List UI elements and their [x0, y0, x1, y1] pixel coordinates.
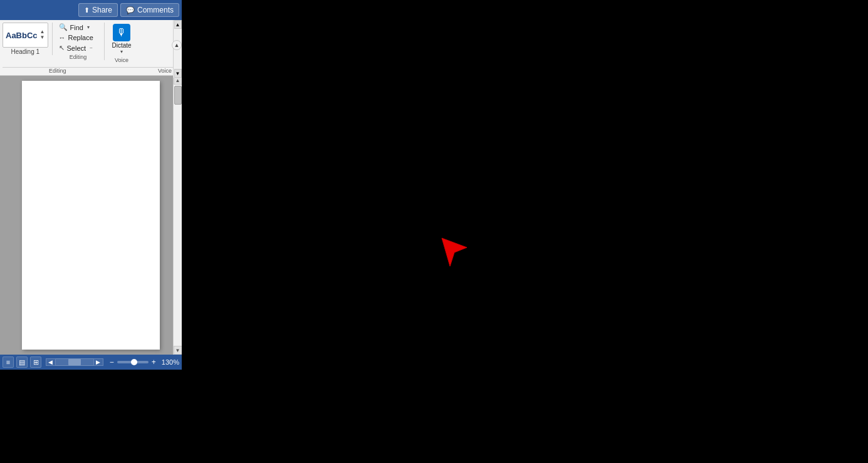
replace-button[interactable]: ↔ Replace: [56, 33, 100, 42]
editing-section: 🔍 Find ▾ ↔ Replace ↖ Select ~ Editing: [56, 23, 105, 60]
find-chevron-icon: ▾: [87, 24, 90, 30]
share-label: Share: [92, 6, 112, 14]
zoom-slider[interactable]: [117, 361, 149, 363]
zoom-slider-thumb: [131, 359, 137, 365]
editing-label: Editing: [49, 68, 66, 74]
top-bar: ⬆ Share 💬 Comments: [0, 0, 182, 20]
voice-label: Voice: [158, 68, 172, 74]
status-bar: ≡ ▤ ⊞ ◀ ▶ − + 130%: [0, 355, 182, 370]
status-left: ≡ ▤ ⊞: [3, 356, 41, 368]
document-page: [22, 81, 160, 350]
print-layout-icon[interactable]: ▤: [16, 356, 28, 368]
zoom-control: − + 130%: [108, 358, 179, 367]
style-preview[interactable]: AaBbCc ▲ ▼: [3, 23, 48, 48]
comments-button[interactable]: 💬 Comments: [120, 3, 179, 17]
document-area: ▲ ▼: [0, 76, 182, 355]
style-scroll-arrows[interactable]: ▲ ▼: [40, 29, 45, 41]
replace-icon: ↔: [59, 34, 66, 41]
zoom-level: 130%: [162, 358, 179, 366]
comments-icon: 💬: [126, 6, 135, 14]
share-icon: ⬆: [84, 6, 90, 14]
select-chevron-icon: ~: [90, 45, 93, 51]
ribbon-scroll-up[interactable]: ▲: [174, 20, 182, 29]
style-text: AaBbCc: [6, 31, 38, 40]
editing-items: 🔍 Find ▾ ↔ Replace ↖ Select ~: [56, 23, 100, 53]
bottom-black: [0, 370, 182, 463]
styles-section: AaBbCc ▲ ▼ Heading 1: [3, 23, 53, 55]
zoom-in-button[interactable]: +: [150, 358, 157, 367]
find-button[interactable]: 🔍 Find ▾: [56, 23, 100, 32]
find-label: Find: [70, 24, 83, 31]
black-background: [182, 0, 868, 463]
voice-section: 🎙 Dictate ▾ Voice: [108, 23, 135, 63]
dictate-chevron-icon: ▾: [120, 49, 123, 55]
scroll-thumb[interactable]: [174, 86, 182, 105]
zoom-out-button[interactable]: −: [108, 358, 115, 367]
read-mode-icon[interactable]: ≡: [3, 356, 14, 368]
dictate-label: Dictate: [112, 42, 132, 49]
ribbon: AaBbCc ▲ ▼ Heading 1 🔍 Find ▾: [0, 20, 182, 76]
ribbon-scroll-down[interactable]: ▼: [174, 69, 182, 78]
select-label: Select: [67, 44, 86, 52]
svg-marker-0: [442, 238, 467, 266]
voice-group-label: Voice: [115, 56, 128, 63]
dictate-button[interactable]: 🎙 Dictate ▾: [108, 23, 135, 56]
editing-group-label: Editing: [70, 53, 87, 60]
style-arrow-down[interactable]: ▼: [40, 35, 45, 41]
comments-label: Comments: [137, 6, 174, 14]
scroll-left-arrow[interactable]: ◀: [46, 358, 56, 366]
word-window: ⬆ Share 💬 Comments AaBbCc ▲ ▼ Heading 1: [0, 0, 182, 370]
share-button[interactable]: ⬆ Share: [78, 3, 118, 17]
heading-label: Heading 1: [3, 48, 48, 55]
web-layout-icon[interactable]: ⊞: [30, 356, 41, 368]
scroll-down-arrow[interactable]: ▼: [174, 346, 182, 355]
dictate-icon: 🎙: [113, 24, 130, 41]
ribbon-collapse-button[interactable]: ▲: [172, 40, 182, 50]
find-icon: 🔍: [59, 23, 68, 31]
scroll-right-arrow[interactable]: ▶: [93, 358, 103, 366]
select-icon: ↖: [59, 44, 65, 52]
select-button[interactable]: ↖ Select ~: [56, 43, 100, 53]
status-right: ◀ ▶ − + 130%: [46, 358, 179, 367]
doc-scrollbar: ▲ ▼: [173, 76, 182, 355]
replace-label: Replace: [68, 34, 93, 41]
